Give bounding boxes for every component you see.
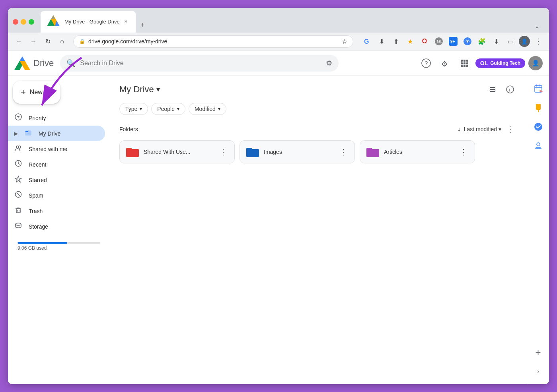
people-filter-arrow-icon: ▾: [177, 106, 179, 112]
svg-text:31: 31: [539, 89, 543, 92]
modified-filter-button[interactable]: Modified ▾: [189, 103, 226, 115]
drive-favicon: [45, 14, 61, 29]
svg-rect-52: [536, 104, 541, 110]
sidebar-item-storage[interactable]: Storage: [8, 219, 105, 234]
svg-rect-21: [466, 60, 468, 62]
svg-line-36: [17, 193, 20, 196]
forward-button[interactable]: →: [27, 35, 40, 48]
reload-button[interactable]: ↻: [41, 35, 54, 48]
folder-icon-wrap-images: [245, 145, 260, 159]
folder-menu-images[interactable]: ⋮: [338, 146, 349, 157]
storage-section: 9.06 GB used: [8, 234, 110, 256]
section-sort: ↓ Last modified ▾ ⋮: [458, 123, 517, 136]
svg-rect-25: [461, 65, 463, 67]
add-widget-button[interactable]: +: [530, 344, 546, 360]
folder-card-articles[interactable]: Articles ⋮: [360, 140, 475, 163]
svg-rect-22: [461, 62, 463, 64]
minimize-window-button[interactable]: [21, 19, 26, 25]
tab-chevron[interactable]: ⌄: [530, 21, 544, 33]
sidebar-item-starred[interactable]: Starred: [8, 172, 105, 188]
svg-rect-23: [464, 62, 465, 64]
address-bar[interactable]: 🔒 drive.google.com/drive/my-drive ☆: [73, 35, 353, 48]
nav-icons: G ⬇ ⬆ ★ O GL 9+ 👁 🧩 ⬇ ▭ 👤 ⋮: [361, 35, 544, 47]
home-button[interactable]: ⌂: [56, 35, 68, 48]
svg-point-41: [16, 223, 21, 225]
svg-rect-44: [490, 91, 495, 92]
user-avatar[interactable]: 👤: [528, 56, 543, 70]
folder-menu-articles[interactable]: ⋮: [458, 146, 469, 157]
downloads-icon[interactable]: ⬇: [490, 35, 502, 47]
tab-close-button[interactable]: ✕: [123, 18, 129, 25]
new-button-label: New: [30, 89, 43, 96]
help-button[interactable]: ?: [418, 55, 434, 71]
drive-logo: Drive: [14, 55, 54, 71]
people-filter-button[interactable]: People ▾: [151, 103, 185, 115]
section-header: Folders ↓ Last modified ▾ ⋮: [119, 123, 517, 136]
search-tune-icon[interactable]: ⚙: [326, 59, 332, 68]
search-bar[interactable]: 🔍 ⚙: [60, 55, 339, 72]
opera-icon[interactable]: O: [419, 35, 430, 47]
ext2-icon[interactable]: 9+: [447, 35, 459, 47]
browser-menu-icon[interactable]: ⋮: [532, 35, 544, 47]
right-sidebar: 31: [527, 76, 549, 384]
ext3-icon[interactable]: 👁: [462, 35, 473, 47]
folders-menu-button[interactable]: ⋮: [504, 123, 517, 136]
calendar-icon-button[interactable]: 31: [530, 81, 546, 97]
google-icon[interactable]: G: [361, 35, 373, 47]
folder-menu-shared-with-use[interactable]: ⋮: [218, 146, 229, 157]
list-view-button[interactable]: [485, 82, 500, 97]
star-icon: ☆: [342, 38, 347, 45]
sort-label[interactable]: Last modified ▾: [464, 126, 501, 132]
sidebar-item-spam[interactable]: Spam: [8, 188, 105, 203]
main-content: My Drive ▾ i Type: [110, 76, 527, 384]
svg-rect-37: [16, 209, 20, 213]
bookmark-icon[interactable]: ★: [404, 35, 416, 47]
settings-button[interactable]: ⚙: [437, 55, 453, 71]
ext1-icon[interactable]: GL: [433, 35, 445, 47]
articles-folder-icon: [366, 146, 379, 157]
folder-card-shared-with-use[interactable]: Shared With Use... ⋮: [119, 140, 235, 163]
modified-filter-arrow-icon: ▾: [218, 106, 220, 112]
title-chevron-icon[interactable]: ▾: [156, 85, 160, 94]
guiding-tech-badge[interactable]: OL Guiding Tech: [475, 58, 525, 68]
svg-rect-42: [490, 87, 495, 88]
sidebar-item-recent[interactable]: Recent: [8, 157, 105, 172]
back-button[interactable]: ←: [13, 35, 25, 48]
svg-text:?: ?: [425, 60, 428, 66]
sidebar-item-shared[interactable]: Shared with me: [8, 141, 105, 157]
drive-logo-text: Drive: [33, 58, 54, 68]
search-input[interactable]: [80, 60, 321, 67]
close-window-button[interactable]: [13, 19, 18, 25]
sidebar-item-trash[interactable]: Trash: [8, 203, 105, 219]
share-icon[interactable]: ⬆: [390, 35, 402, 47]
download-page-icon[interactable]: ⬇: [376, 35, 388, 47]
extensions-icon[interactable]: 🧩: [476, 35, 488, 47]
new-tab-button[interactable]: +: [136, 19, 150, 33]
my-drive-title: My Drive ▾: [119, 84, 160, 95]
new-button[interactable]: + New: [13, 81, 60, 104]
tasks-icon-button[interactable]: [530, 119, 546, 135]
storage-bar: [18, 242, 100, 244]
traffic-lights: [13, 19, 34, 25]
active-tab[interactable]: My Drive - Google Drive ✕: [41, 11, 136, 33]
sidebar-item-priority[interactable]: Priority: [8, 110, 105, 126]
keep-icon-button[interactable]: [530, 100, 546, 116]
sidebar-item-my-drive[interactable]: ▶ My Drive: [8, 126, 105, 141]
browser-avatar[interactable]: 👤: [519, 36, 530, 47]
tab-title: My Drive - Google Drive: [64, 19, 120, 25]
maximize-window-button[interactable]: [29, 19, 34, 25]
sidebar-item-label-trash: Trash: [29, 208, 43, 214]
folder-icon: [126, 146, 139, 157]
expand-sidebar-button[interactable]: ›: [530, 363, 546, 379]
type-filter-button[interactable]: Type ▾: [119, 103, 148, 115]
sidebar-toggle-icon[interactable]: ▭: [504, 35, 516, 47]
folder-card-images[interactable]: Images ⋮: [240, 140, 355, 163]
drive-logo-icon: [14, 55, 30, 71]
sidebar-item-label-starred: Starred: [29, 177, 47, 183]
apps-button[interactable]: [456, 55, 472, 71]
url-text: drive.google.com/drive/my-drive: [88, 38, 339, 45]
contacts-icon-button[interactable]: [530, 138, 546, 154]
svg-marker-14: [19, 56, 25, 61]
svg-text:G: G: [364, 38, 369, 45]
info-button[interactable]: i: [503, 82, 517, 97]
